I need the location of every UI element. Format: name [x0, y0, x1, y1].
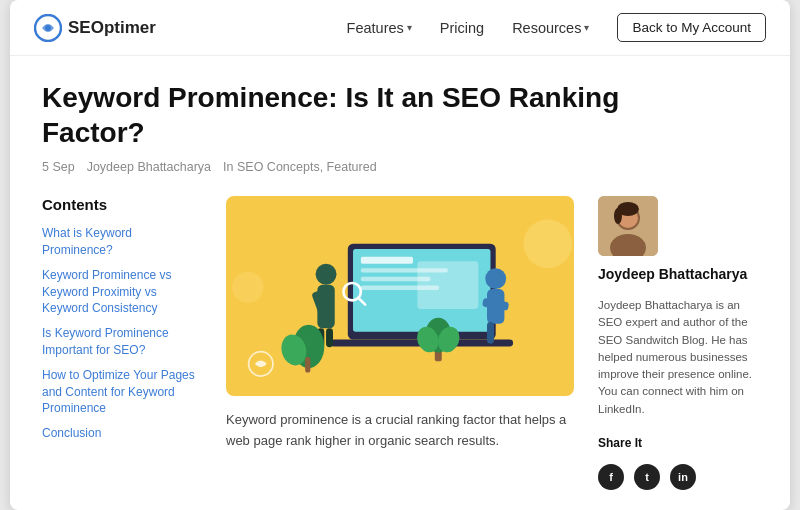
svg-rect-11 [417, 261, 478, 309]
browser-frame: SEOptimer Features ▾ Pricing Resources ▾… [10, 0, 790, 510]
toc-item-4[interactable]: How to Optimize Your Pages and Content f… [42, 367, 202, 417]
meta-prefix: In [223, 160, 233, 174]
nav-pricing-label: Pricing [440, 20, 484, 36]
svg-point-13 [316, 264, 337, 285]
twitter-share-icon[interactable]: t [634, 464, 660, 490]
table-of-contents: Contents What is Keyword Prominence? Key… [42, 196, 202, 490]
share-label: Share It [598, 436, 758, 450]
navbar: SEOptimer Features ▾ Pricing Resources ▾… [10, 0, 790, 56]
svg-point-3 [524, 220, 573, 269]
toc-title: Contents [42, 196, 202, 213]
facebook-share-icon[interactable]: f [598, 464, 624, 490]
toc-list: What is Keyword Prominence? Keyword Prom… [42, 225, 202, 442]
linkedin-share-icon[interactable]: in [670, 464, 696, 490]
author-sidebar: Joydeep Bhattacharya Joydeep Bhattachary… [598, 196, 758, 490]
toc-item-2[interactable]: Keyword Prominence vs Keyword Proximity … [42, 267, 202, 317]
body-layout: Contents What is Keyword Prominence? Key… [42, 196, 758, 490]
svg-point-37 [614, 208, 622, 224]
svg-point-4 [232, 272, 263, 303]
hero-image [226, 196, 574, 396]
article-title: Keyword Prominence: Is It an SEO Ranking… [42, 80, 622, 150]
svg-rect-30 [305, 357, 310, 373]
article-meta: 5 Sep Joydeep Bhattacharya In SEO Concep… [42, 160, 758, 174]
author-bio: Joydeep Bhattacharya is an SEO expert an… [598, 297, 758, 418]
nav-resources-label: Resources [512, 20, 581, 36]
features-chevron-icon: ▾ [407, 22, 412, 33]
logo-text: SEOptimer [68, 18, 156, 38]
main-content: Keyword Prominence: Is It an SEO Ranking… [10, 56, 790, 510]
nav-pricing[interactable]: Pricing [440, 20, 484, 36]
svg-rect-17 [326, 328, 333, 347]
svg-point-1 [45, 25, 51, 31]
logo-icon [34, 14, 62, 42]
meta-date: 5 Sep [42, 160, 75, 174]
nav-resources[interactable]: Resources ▾ [512, 20, 589, 36]
logo[interactable]: SEOptimer [34, 14, 156, 42]
nav-features[interactable]: Features ▾ [347, 20, 412, 36]
resources-chevron-icon: ▾ [584, 22, 589, 33]
toc-item-3[interactable]: Is Keyword Prominence Important for SEO? [42, 325, 202, 359]
meta-author: Joydeep Bhattacharya [87, 160, 211, 174]
toc-item-5[interactable]: Conclusion [42, 425, 202, 442]
svg-rect-23 [487, 322, 494, 344]
meta-categories-list: SEO Concepts, Featured [237, 160, 377, 174]
author-photo [598, 196, 658, 256]
meta-categories: In SEO Concepts, Featured [223, 160, 377, 174]
back-to-account-button[interactable]: Back to My Account [617, 13, 766, 42]
share-icons: f t in [598, 464, 758, 490]
article-body: Keyword prominence is a crucial ranking … [226, 196, 574, 490]
intro-paragraph: Keyword prominence is a crucial ranking … [226, 410, 574, 452]
svg-rect-7 [361, 257, 413, 264]
svg-point-20 [485, 268, 506, 289]
nav-links: Features ▾ Pricing Resources ▾ [347, 20, 590, 36]
author-name: Joydeep Bhattacharya [598, 266, 758, 282]
nav-features-label: Features [347, 20, 404, 36]
toc-item-1[interactable]: What is Keyword Prominence? [42, 225, 202, 259]
